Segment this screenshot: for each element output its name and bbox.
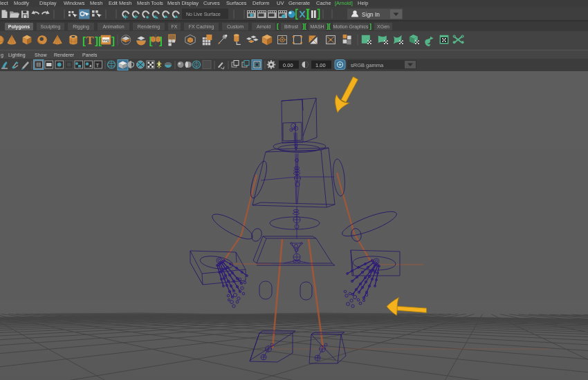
svg-text:[: [ bbox=[82, 35, 86, 46]
svg-text:Sign In: Sign In bbox=[362, 11, 380, 18]
svg-text:sRGB gamma: sRGB gamma bbox=[351, 62, 384, 68]
svg-text:No Live Surface: No Live Surface bbox=[186, 12, 221, 17]
svg-text:1.00: 1.00 bbox=[315, 62, 326, 68]
svg-text:T: T bbox=[86, 34, 93, 47]
svg-text:T: T bbox=[96, 62, 100, 68]
svg-text:0.00: 0.00 bbox=[283, 62, 293, 68]
svg-text:svg: svg bbox=[102, 38, 109, 42]
svg-text:]: ] bbox=[111, 35, 115, 46]
svg-text:][: ][ bbox=[95, 35, 102, 46]
